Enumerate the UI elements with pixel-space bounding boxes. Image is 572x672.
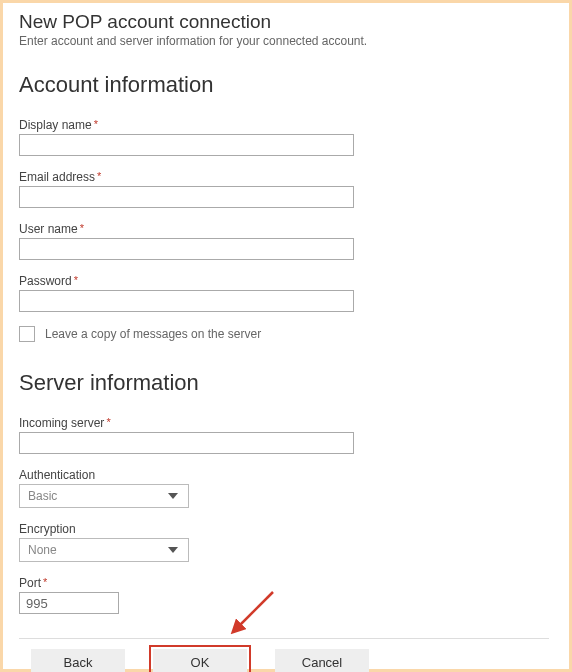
leave-copy-checkbox[interactable] — [19, 326, 35, 342]
ok-button[interactable]: OK — [153, 649, 247, 672]
user-name-group: User name* — [19, 222, 553, 260]
account-info-heading: Account information — [19, 72, 553, 98]
chevron-down-icon — [168, 547, 178, 553]
button-row: Back OK Cancel — [19, 649, 553, 672]
incoming-server-input[interactable] — [19, 432, 354, 454]
incoming-server-label: Incoming server* — [19, 416, 553, 430]
required-asterisk: * — [80, 222, 84, 234]
password-input[interactable] — [19, 290, 354, 312]
incoming-server-group: Incoming server* — [19, 416, 553, 454]
required-asterisk: * — [106, 416, 110, 428]
user-name-input[interactable] — [19, 238, 354, 260]
authentication-select[interactable]: Basic — [19, 484, 189, 508]
page-subtitle: Enter account and server information for… — [19, 34, 553, 48]
cancel-button[interactable]: Cancel — [275, 649, 369, 672]
authentication-label: Authentication — [19, 468, 553, 482]
email-address-label: Email address* — [19, 170, 553, 184]
required-asterisk: * — [94, 118, 98, 130]
authentication-value: Basic — [28, 489, 168, 503]
encryption-group: Encryption None — [19, 522, 553, 562]
required-asterisk: * — [74, 274, 78, 286]
display-name-input[interactable] — [19, 134, 354, 156]
port-label: Port* — [19, 576, 553, 590]
chevron-down-icon — [168, 493, 178, 499]
dialog-frame: New POP account connection Enter account… — [0, 0, 572, 672]
leave-copy-row: Leave a copy of messages on the server — [19, 326, 553, 342]
page-title: New POP account connection — [19, 11, 553, 33]
display-name-label: Display name* — [19, 118, 553, 132]
email-address-group: Email address* — [19, 170, 553, 208]
password-label: Password* — [19, 274, 553, 288]
required-asterisk: * — [43, 576, 47, 588]
required-asterisk: * — [97, 170, 101, 182]
server-info-heading: Server information — [19, 370, 553, 396]
password-group: Password* — [19, 274, 553, 312]
leave-copy-label[interactable]: Leave a copy of messages on the server — [45, 327, 261, 341]
back-button[interactable]: Back — [31, 649, 125, 672]
port-input[interactable] — [19, 592, 119, 614]
port-group: Port* — [19, 576, 553, 614]
user-name-label: User name* — [19, 222, 553, 236]
divider — [19, 638, 549, 639]
authentication-group: Authentication Basic — [19, 468, 553, 508]
display-name-group: Display name* — [19, 118, 553, 156]
encryption-label: Encryption — [19, 522, 553, 536]
email-address-input[interactable] — [19, 186, 354, 208]
encryption-select[interactable]: None — [19, 538, 189, 562]
encryption-value: None — [28, 543, 168, 557]
